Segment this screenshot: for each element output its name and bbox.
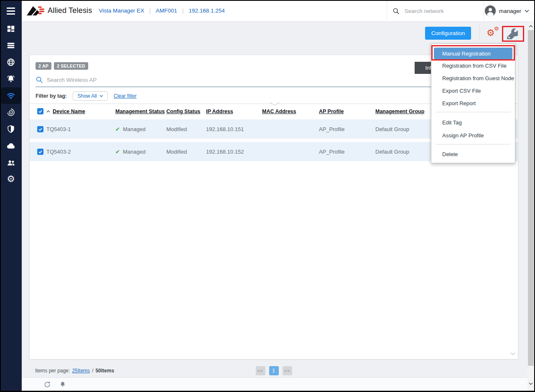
ap-count-badge: 2 AP — [36, 62, 51, 70]
refresh-icon — [43, 381, 51, 388]
separator: / — [92, 368, 93, 374]
chevron-down-icon — [525, 10, 529, 13]
managed-check-icon: ✔ — [115, 126, 120, 132]
tools-dropdown-menu: Manual Registration Registration from CS… — [431, 43, 515, 163]
hamburger-menu-button[interactable] — [0, 0, 22, 22]
gears-icon: ⚙ — [487, 28, 495, 38]
select-all-checkbox[interactable] — [37, 108, 43, 114]
wireless-wifi-icon — [6, 91, 16, 101]
dashboard-grid-icon — [6, 24, 15, 33]
sidebar-item-cloud[interactable] — [0, 137, 22, 154]
menu-item-export-csv[interactable]: Export CSV File — [431, 84, 515, 97]
users-icon — [6, 158, 16, 167]
cell-device-name: TQ5403-2 — [46, 149, 115, 155]
menu-divider — [436, 112, 511, 112]
cell-ip-address: 192.168.10.151 — [206, 126, 262, 132]
table-footer: << 1 >> Items per page: 25Items / 50Item… — [29, 366, 518, 377]
cell-management-status: ✔ Managed — [115, 126, 166, 132]
tag-filter-dropdown[interactable]: Show All — [73, 91, 108, 101]
bell-icon — [59, 381, 66, 388]
menu-item-registration-from-guest-node[interactable]: Registration from Guest Node — [431, 72, 515, 84]
scrollbar-down-arrow[interactable] — [527, 380, 534, 387]
menu-item-delete[interactable]: Delete — [431, 149, 515, 159]
wrench-icon — [507, 28, 518, 39]
row-checkbox[interactable] — [37, 149, 43, 155]
asset-list-icon — [6, 41, 15, 50]
events-bell-icon — [6, 74, 15, 83]
chevron-down-icon — [99, 95, 103, 97]
column-header-management-status[interactable]: Management Status — [115, 109, 166, 114]
column-header-ap-profile[interactable]: AP Profile — [319, 109, 375, 114]
scrollbar-up-arrow[interactable] — [527, 23, 534, 30]
filter-by-tag-label: Filter by tag: — [36, 93, 67, 99]
pagination-next-button[interactable]: >> — [283, 366, 292, 375]
refresh-button[interactable] — [43, 381, 51, 390]
menu-item-export-report[interactable]: Export Report — [431, 97, 515, 109]
row-checkbox[interactable] — [37, 126, 43, 132]
pagination-page-1-button[interactable]: 1 — [269, 366, 279, 375]
wireless-ap-search — [36, 76, 495, 83]
tools-wrench-button[interactable] — [507, 28, 519, 39]
notifications-button[interactable] — [59, 381, 66, 389]
cell-ap-profile: AP_Profile — [319, 149, 375, 155]
total-items: 50Items — [95, 368, 114, 374]
link-controller-ip[interactable]: 192.168.1.254 — [189, 8, 224, 14]
cloud-icon — [6, 141, 16, 151]
cell-ap-profile: AP_Profile — [319, 126, 375, 132]
scroll-down-indicator-icon[interactable] — [510, 352, 515, 356]
vertical-scrollbar[interactable] — [527, 22, 534, 391]
cell-management-status: ✔ Managed — [115, 149, 166, 155]
security-shield-icon — [6, 124, 15, 134]
awc-target-icon — [6, 108, 15, 117]
column-header-device-name[interactable]: Device Name — [46, 109, 115, 114]
menu-item-manual-registration[interactable]: Manual Registration — [434, 48, 512, 59]
settings-gear-icon: ⚙ — [7, 175, 15, 184]
pagination-prev-button[interactable]: << — [256, 366, 265, 375]
sort-asc-icon — [46, 110, 50, 113]
scrollbar-thumb[interactable] — [528, 30, 534, 366]
selected-count-badge: 2 SELECTED — [54, 62, 88, 70]
network-globe-icon — [6, 58, 15, 67]
cell-device-name: TQ5403-1 — [46, 126, 115, 132]
search-network-input[interactable] — [405, 8, 471, 14]
menu-item-edit-tag[interactable]: Edit Tag — [431, 116, 515, 128]
link-network-name[interactable]: AMF001 — [156, 8, 177, 14]
sidebar-item-users[interactable] — [0, 154, 22, 171]
sidebar-item-awc[interactable] — [0, 104, 22, 121]
cell-ip-address: 192.168.10.152 — [206, 149, 262, 155]
sidebar-item-events[interactable] — [0, 71, 22, 87]
sidebar-item-security[interactable] — [0, 121, 22, 137]
items-per-page: Items per page: 25Items / 50Items — [35, 368, 114, 374]
search-wireless-ap-input[interactable] — [47, 77, 256, 83]
sidebar-item-wireless[interactable] — [1, 87, 21, 104]
cell-config-status: Modified — [166, 126, 206, 132]
brand: Allied Telesis — [27, 0, 92, 21]
column-header-ip-address[interactable]: IP Address — [206, 109, 262, 114]
collapse-notch-icon[interactable] — [270, 102, 279, 106]
managed-check-icon: ✔ — [115, 149, 120, 155]
column-header-mac-address[interactable]: MAC Address — [262, 109, 319, 114]
clear-filter-link[interactable]: Clear filter — [114, 93, 137, 99]
network-search — [387, 0, 484, 22]
breadcrumb: Vista Manager EX | AMF001 | 192.168.1.25… — [99, 0, 225, 21]
user-menu[interactable]: manager — [485, 0, 529, 22]
username: manager — [499, 8, 521, 14]
sidebar-item-network-map[interactable] — [0, 54, 22, 71]
items-per-page-label: Items per page: — [35, 368, 70, 374]
sidebar-item-settings[interactable]: ⚙ — [0, 171, 22, 187]
menu-item-assign-ap-profile[interactable]: Assign AP Profile — [431, 128, 515, 142]
search-icon — [36, 76, 43, 83]
page-size-25-link[interactable]: 25Items — [72, 368, 90, 374]
menu-item-registration-from-csv[interactable]: Registration from CSV File — [431, 59, 515, 72]
column-header-config-status[interactable]: Config Status — [166, 109, 206, 114]
user-avatar — [485, 5, 496, 16]
sidebar-item-dashboard[interactable] — [0, 20, 22, 37]
menu-divider — [436, 144, 511, 144]
sidebar-item-asset-management[interactable] — [0, 37, 22, 54]
link-vista-manager[interactable]: Vista Manager EX — [99, 8, 145, 14]
smart-ap-control-button[interactable]: ⚙ ⚙ — [487, 27, 502, 40]
sidebar-nav: ⚙ — [0, 22, 22, 391]
allied-telesis-logo-icon — [27, 5, 45, 16]
small-gear-icon: ⚙ — [494, 26, 499, 31]
configuration-button[interactable]: Configuration — [425, 27, 471, 40]
